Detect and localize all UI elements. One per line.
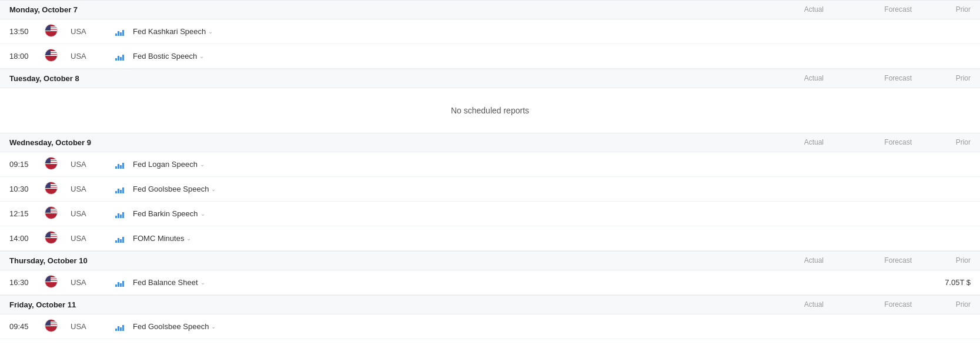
- day-header: Wednesday, October 9ActualForecastPrior: [0, 133, 980, 152]
- flag-wrap: [45, 24, 68, 39]
- day-header: Tuesday, October 8ActualForecastPrior: [0, 69, 980, 88]
- usa-flag-icon: [45, 49, 58, 62]
- event-row: 14:00USAFOMC Minutes ⌄: [0, 226, 980, 251]
- day-header: Thursday, October 10ActualForecastPrior: [0, 251, 980, 270]
- col-header-forecast: Forecast: [824, 300, 912, 309]
- event-row: 18:00USAFed Bostic Speech ⌄: [0, 44, 980, 69]
- col-header-prior: Prior: [912, 5, 971, 14]
- country-label: USA: [68, 209, 115, 218]
- country-label: USA: [68, 278, 115, 287]
- flag-wrap: [45, 206, 68, 221]
- day-title: Wednesday, October 9: [9, 138, 127, 147]
- event-time: 12:15: [9, 209, 45, 218]
- usa-flag-icon: [45, 182, 58, 195]
- expand-chevron[interactable]: ⌄: [200, 161, 205, 168]
- chart-icon[interactable]: [115, 210, 133, 218]
- col-header-prior: Prior: [912, 300, 971, 309]
- event-time: 09:15: [9, 160, 45, 169]
- col-header-actual: Actual: [735, 5, 824, 14]
- col-header-prior: Prior: [912, 74, 971, 83]
- chart-icon[interactable]: [115, 28, 133, 36]
- expand-chevron[interactable]: ⌄: [186, 235, 191, 242]
- col-header-actual: Actual: [735, 74, 824, 83]
- chart-icon[interactable]: [115, 279, 133, 287]
- usa-flag-icon: [45, 319, 58, 332]
- country-label: USA: [68, 52, 115, 61]
- flag-wrap: [45, 275, 68, 290]
- event-time: 16:30: [9, 278, 45, 287]
- col-header-prior: Prior: [912, 256, 971, 265]
- event-time: 09:45: [9, 322, 45, 331]
- flag-wrap: [45, 49, 68, 63]
- event-name[interactable]: Fed Kashkari Speech ⌄: [133, 27, 735, 36]
- day-header: Friday, October 11ActualForecastPrior: [0, 295, 980, 314]
- schedule-container: Monday, October 7ActualForecastPrior13:5…: [0, 0, 980, 345]
- country-label: USA: [68, 234, 115, 243]
- col-header-actual: Actual: [735, 256, 824, 265]
- flag-wrap: [45, 319, 68, 334]
- event-name[interactable]: FOMC Minutes ⌄: [133, 234, 735, 243]
- usa-flag-icon: [45, 206, 58, 219]
- usa-flag-icon: [45, 157, 58, 170]
- event-row: 09:45USAFed Goolsbee Speech ⌄: [0, 314, 980, 339]
- event-row: 13:50USAFed Kashkari Speech ⌄: [0, 19, 980, 44]
- country-label: USA: [68, 27, 115, 36]
- prior-value: 7.05T $: [912, 278, 971, 287]
- event-time: 10:30: [9, 185, 45, 193]
- event-name[interactable]: Fed Logan Speech ⌄: [133, 160, 735, 169]
- day-title: Friday, October 11: [9, 300, 127, 309]
- col-header-actual: Actual: [735, 138, 824, 147]
- country-label: USA: [68, 322, 115, 331]
- event-row: 12:15USAFed Barkin Speech ⌄: [0, 202, 980, 226]
- col-header-forecast: Forecast: [824, 138, 912, 147]
- chart-icon[interactable]: [115, 52, 133, 61]
- expand-chevron[interactable]: ⌄: [208, 28, 213, 35]
- event-time: 13:50: [9, 27, 45, 36]
- chart-icon[interactable]: [115, 323, 133, 331]
- country-label: USA: [68, 160, 115, 169]
- event-name[interactable]: Fed Goolsbee Speech ⌄: [133, 185, 735, 193]
- flag-wrap: [45, 231, 68, 246]
- usa-flag-icon: [45, 275, 58, 288]
- chart-icon[interactable]: [115, 235, 133, 243]
- event-name[interactable]: Fed Goolsbee Speech ⌄: [133, 322, 735, 331]
- event-name[interactable]: Fed Balance Sheet ⌄: [133, 278, 735, 287]
- col-header-actual: Actual: [735, 300, 824, 309]
- expand-chevron[interactable]: ⌄: [200, 279, 205, 286]
- day-title: Thursday, October 10: [9, 256, 127, 265]
- expand-chevron[interactable]: ⌄: [200, 210, 205, 217]
- chart-icon[interactable]: [115, 185, 133, 193]
- event-time: 14:00: [9, 234, 45, 243]
- col-header-forecast: Forecast: [824, 5, 912, 14]
- flag-wrap: [45, 157, 68, 172]
- country-label: USA: [68, 185, 115, 193]
- event-row: 16:30USAFed Balance Sheet ⌄7.05T $: [0, 270, 980, 295]
- day-title: Monday, October 7: [9, 5, 127, 14]
- expand-chevron[interactable]: ⌄: [211, 186, 216, 192]
- event-name[interactable]: Fed Bostic Speech ⌄: [133, 52, 735, 61]
- event-name[interactable]: Fed Barkin Speech ⌄: [133, 209, 735, 218]
- day-title: Tuesday, October 8: [9, 74, 127, 83]
- flag-wrap: [45, 182, 68, 196]
- usa-flag-icon: [45, 231, 58, 244]
- col-header-forecast: Forecast: [824, 256, 912, 265]
- col-header-forecast: Forecast: [824, 74, 912, 83]
- col-header-prior: Prior: [912, 138, 971, 147]
- event-time: 18:00: [9, 52, 45, 61]
- event-row: 09:15USAFed Logan Speech ⌄: [0, 152, 980, 177]
- no-events-message: No scheduled reports: [0, 88, 980, 133]
- expand-chevron[interactable]: ⌄: [199, 53, 204, 59]
- expand-chevron[interactable]: ⌄: [211, 323, 216, 330]
- event-row: 10:30USAFed Goolsbee Speech ⌄: [0, 177, 980, 202]
- day-header: Monday, October 7ActualForecastPrior: [0, 0, 980, 19]
- usa-flag-icon: [45, 24, 58, 37]
- chart-icon[interactable]: [115, 160, 133, 169]
